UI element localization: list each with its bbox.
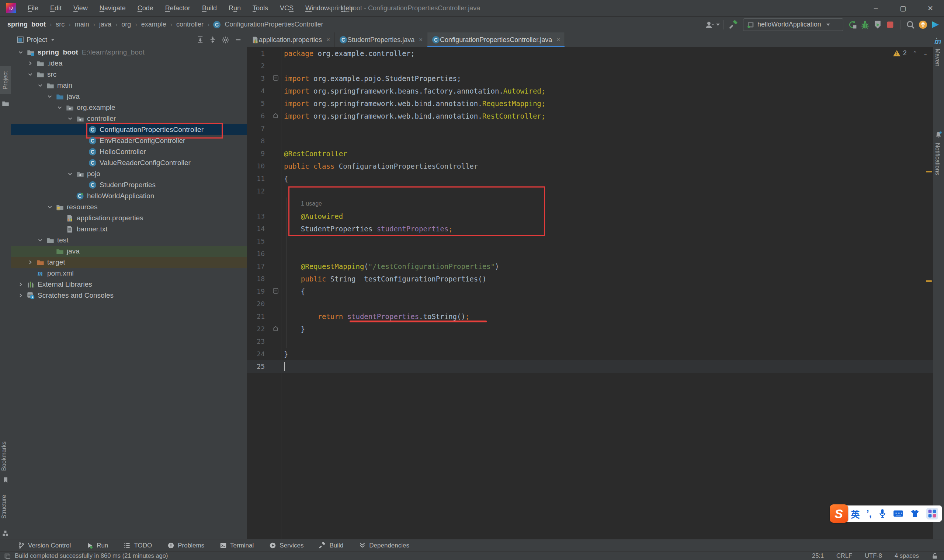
tree-item-banner.txt[interactable]: banner.txt <box>11 224 247 235</box>
tool-stripe-project[interactable]: Project <box>0 66 11 94</box>
project-panel-title[interactable]: Project <box>26 36 47 44</box>
breadcrumb-item-example[interactable]: example <box>140 21 167 28</box>
chevron-down-icon[interactable] <box>46 203 54 211</box>
ime-mode-toggle[interactable]: 英 <box>851 507 860 520</box>
stop-icon[interactable] <box>884 18 896 31</box>
menu-view[interactable]: View <box>69 3 93 14</box>
fold-expanded-icon[interactable] <box>273 113 281 118</box>
tree-item-application.properties[interactable]: application.properties <box>11 212 247 224</box>
chevron-down-icon[interactable] <box>66 115 74 122</box>
tree-item-.idea[interactable]: .idea <box>11 58 247 69</box>
tree-item-controller[interactable]: controller <box>11 113 247 124</box>
fold-collapse-icon[interactable] <box>273 75 281 81</box>
code-line[interactable]: 20 <box>247 298 933 310</box>
tree-item-ValueReaderConfigController[interactable]: CValueReaderConfigController <box>11 157 247 168</box>
menu-edit[interactable]: Edit <box>45 3 66 14</box>
coverage-icon[interactable] <box>872 18 884 31</box>
rerun-icon[interactable] <box>846 18 859 31</box>
chevron-right-icon[interactable] <box>17 292 24 299</box>
menu-refactor[interactable]: Refactor <box>160 3 195 14</box>
fold-collapse-icon[interactable] <box>273 288 281 294</box>
breadcrumb-item-controller[interactable]: controller <box>176 21 204 28</box>
tree-item-src[interactable]: src <box>11 69 247 80</box>
maximize-button[interactable]: ▢ <box>889 0 917 16</box>
minimize-button[interactable]: – <box>862 0 889 16</box>
hide-icon[interactable] <box>234 36 242 43</box>
toolwindow-button-build[interactable]: Build <box>319 542 343 549</box>
mic-icon[interactable] <box>878 509 887 518</box>
breadcrumb-item-java[interactable]: java <box>99 21 112 28</box>
code-line[interactable]: 19 { <box>247 285 933 298</box>
menu-navigate[interactable]: Navigate <box>95 3 131 14</box>
code-line[interactable]: 10public class ConfigurationPropertiesCo… <box>247 160 933 172</box>
update-icon[interactable] <box>917 18 929 31</box>
collaborate-icon[interactable] <box>703 18 716 31</box>
ime-punctuation-icon[interactable]: ’, <box>867 508 872 520</box>
tree-item-test[interactable]: test <box>11 235 247 246</box>
status-message[interactable]: Build completed successfully in 860 ms (… <box>15 552 168 559</box>
menu-run[interactable]: Run <box>224 3 245 14</box>
code-line[interactable]: 3import org.example.pojo.StudentProperti… <box>247 72 933 85</box>
menu-build[interactable]: Build <box>197 3 222 14</box>
build-hammer-icon[interactable] <box>728 18 740 31</box>
tree-item-resources[interactable]: resources <box>11 202 247 212</box>
tab-application.properties[interactable]: application.properties× <box>247 32 335 47</box>
code-line[interactable]: 7 <box>247 122 933 135</box>
menu-file[interactable]: File <box>23 3 43 14</box>
toolwindow-button-version-control[interactable]: Version Control <box>18 542 71 549</box>
sogou-logo-icon[interactable]: S <box>830 505 848 523</box>
tree-item-spring-boot[interactable]: spring_bootE:\learn\spring_boot <box>11 47 247 58</box>
chevron-down-icon[interactable] <box>17 49 24 56</box>
chevron-right-icon[interactable] <box>26 258 34 266</box>
tree-item-target[interactable]: target <box>11 257 247 268</box>
code-line[interactable]: 24} <box>247 348 933 360</box>
tree-item-External-Libraries[interactable]: External Libraries <box>11 279 247 290</box>
settings-gear-icon[interactable] <box>222 36 229 44</box>
toolwindow-button-todo[interactable]: TODO <box>123 542 152 549</box>
tree-item-java[interactable]: java <box>11 246 247 257</box>
chevron-down-icon[interactable] <box>37 237 44 244</box>
breadcrumb-item-spring_boot[interactable]: spring_boot <box>7 21 46 28</box>
tree-item-EnvReaderConfigController[interactable]: CEnvReaderConfigController <box>11 135 247 146</box>
tree-item-org.example[interactable]: org.example <box>11 102 247 113</box>
tool-stripe-maven[interactable]: Maven <box>934 49 941 68</box>
unlock-icon[interactable] <box>932 552 938 559</box>
tab-close-icon[interactable]: × <box>419 36 423 43</box>
code-line[interactable]: 2 <box>247 60 933 72</box>
tab-close-icon[interactable]: × <box>557 36 560 43</box>
chevron-down-icon[interactable] <box>66 170 74 178</box>
toolbox-icon[interactable] <box>929 18 942 31</box>
toolwindow-button-services[interactable]: Services <box>269 542 304 549</box>
tab-StudentProperties.java[interactable]: CStudentProperties.java× <box>335 32 427 47</box>
grid-icon[interactable] <box>926 508 938 520</box>
prev-warning-icon[interactable]: ⌃ <box>913 50 918 57</box>
code-line[interactable]: 17 @RequestMapping("/testConfigurationPr… <box>247 260 933 272</box>
tab-ConfigurationPropertiesController.java[interactable]: CConfigurationPropertiesController.java× <box>427 32 565 47</box>
tree-item-main[interactable]: main <box>11 80 247 91</box>
search-icon[interactable] <box>904 18 917 31</box>
tree-item-StudentProperties[interactable]: CStudentProperties <box>11 179 247 191</box>
menu-vcs[interactable]: VCS <box>275 3 298 14</box>
breadcrumb-item-src[interactable]: src <box>55 21 65 28</box>
close-button[interactable]: ✕ <box>917 0 944 16</box>
chevron-right-icon[interactable] <box>26 60 34 67</box>
stripe-warning-mark[interactable] <box>926 171 932 172</box>
debug-icon[interactable] <box>859 18 872 31</box>
code-line[interactable]: 16 <box>247 248 933 260</box>
toolwindow-button-problems[interactable]: Problems <box>167 542 204 549</box>
tree-item-Scratches-and-Consoles[interactable]: Scratches and Consoles <box>11 290 247 301</box>
status-item-CRLF[interactable]: CRLF <box>836 552 852 559</box>
keyboard-icon[interactable] <box>893 509 904 518</box>
tool-stripe-structure[interactable]: Structure <box>1 495 8 520</box>
status-item-25-1[interactable]: 25:1 <box>812 552 824 559</box>
code-line[interactable]: 1package org.example.controller; <box>247 47 933 60</box>
status-item-4-spaces[interactable]: 4 spaces <box>895 552 919 559</box>
toolwindow-button-run[interactable]: Run <box>86 542 108 549</box>
collapse-all-icon[interactable] <box>209 36 216 43</box>
expand-all-icon[interactable] <box>197 36 204 43</box>
chevron-down-icon[interactable] <box>56 104 63 111</box>
tree-item-java[interactable]: java <box>11 91 247 102</box>
chevron-down-icon[interactable] <box>37 82 44 89</box>
fold-expanded-icon[interactable] <box>273 326 281 331</box>
tab-close-icon[interactable]: × <box>326 36 330 43</box>
